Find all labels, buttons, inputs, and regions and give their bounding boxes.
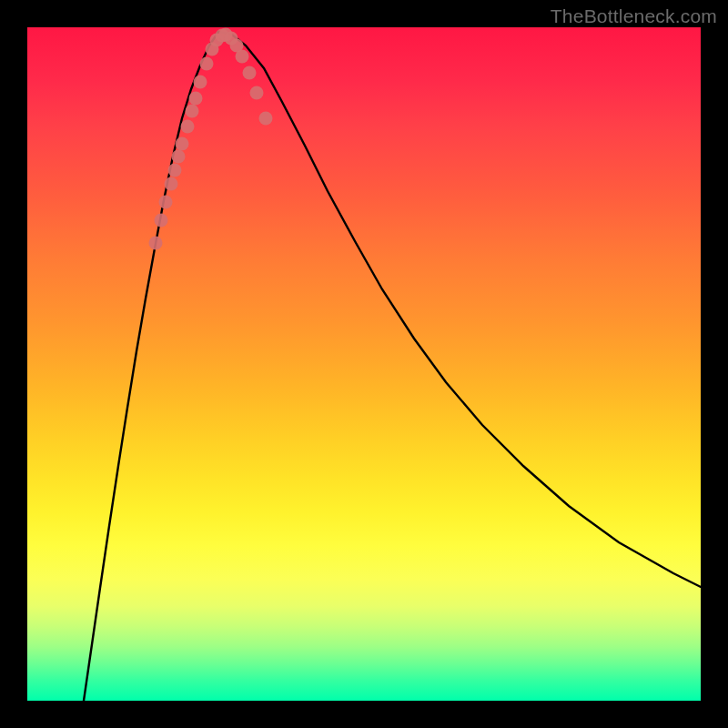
plot-area <box>27 27 701 701</box>
watermark-text: TheBottleneck.com <box>551 5 717 27</box>
curve-group <box>84 32 701 701</box>
data-marker <box>149 237 163 250</box>
data-marker <box>155 214 168 228</box>
data-marker <box>236 50 249 64</box>
data-marker <box>194 76 207 89</box>
data-marker <box>165 177 178 191</box>
data-marker <box>168 164 182 177</box>
data-marker <box>200 57 214 71</box>
curve-right-branch <box>218 32 701 587</box>
curve-left-branch <box>84 32 218 701</box>
data-marker <box>259 112 273 126</box>
chart-frame: TheBottleneck.com <box>0 0 728 728</box>
data-marker <box>176 137 189 151</box>
data-marker <box>186 105 199 118</box>
curve-layer <box>27 27 701 701</box>
data-marker <box>189 92 203 106</box>
data-marker <box>172 150 186 164</box>
data-marker <box>243 66 257 80</box>
marker-group <box>149 28 273 250</box>
data-marker <box>181 120 195 134</box>
data-marker <box>159 196 173 209</box>
data-marker <box>250 86 264 100</box>
